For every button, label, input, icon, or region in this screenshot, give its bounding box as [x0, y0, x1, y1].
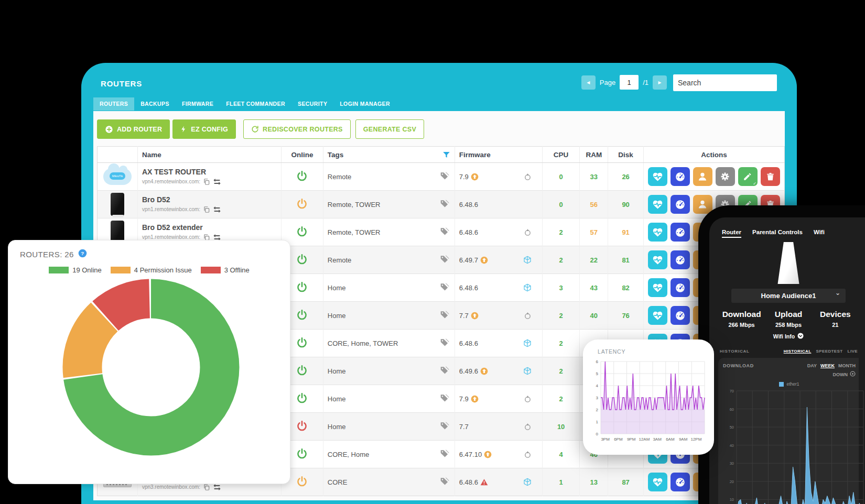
tab-fleet-commander[interactable]: FLEET COMMANDER: [220, 97, 291, 111]
tag-icon[interactable]: [440, 255, 449, 265]
section-tab-speedtest[interactable]: SPEEDTEST: [816, 349, 842, 354]
speed-test-button[interactable]: [671, 223, 690, 242]
power-status-icon[interactable]: [296, 453, 308, 461]
tab-routers[interactable]: ROUTERS: [93, 97, 134, 111]
toolbar-label: ADD ROUTER: [117, 126, 162, 133]
copy-icon[interactable]: [203, 206, 210, 213]
cpu-cell: 2: [542, 246, 580, 274]
tag-icon[interactable]: [440, 310, 449, 321]
tag-icon[interactable]: [440, 199, 449, 210]
users-button[interactable]: [693, 167, 712, 186]
upgrade-available-icon[interactable]: [480, 256, 488, 264]
power-status-icon[interactable]: [296, 176, 308, 183]
health-button[interactable]: [648, 167, 667, 186]
speed-test-button[interactable]: [671, 250, 690, 269]
power-status-icon[interactable]: [296, 314, 308, 322]
download-chart-card: DOWNLOAD DAYWEEKMONTH DOWN ether1 010203…: [718, 358, 859, 504]
online-cell: [282, 163, 323, 191]
delete-button[interactable]: [761, 167, 780, 186]
power-status-icon[interactable]: [296, 342, 308, 350]
tab-firmware[interactable]: FIRMWARE: [176, 97, 220, 111]
power-status-icon[interactable]: [296, 203, 308, 211]
health-button[interactable]: [648, 278, 667, 297]
users-button[interactable]: [693, 195, 712, 214]
health-button[interactable]: [648, 306, 667, 325]
rediscover-routers-button[interactable]: REDISCOVER ROUTERS: [243, 119, 351, 139]
settings-button[interactable]: [716, 167, 735, 186]
power-status-icon[interactable]: [296, 481, 308, 489]
range-tab-day[interactable]: DAY: [807, 363, 817, 368]
upgrade-available-icon[interactable]: [471, 312, 479, 320]
tab-backups[interactable]: BACKUPS: [134, 97, 176, 111]
health-button[interactable]: [648, 250, 667, 269]
tag-icon[interactable]: [440, 171, 449, 182]
range-tab-month[interactable]: MONTH: [838, 363, 856, 368]
upgrade-available-icon[interactable]: [480, 367, 488, 375]
copy-icon[interactable]: [203, 484, 210, 491]
router-tower-image: [774, 242, 803, 284]
generate-csv-button[interactable]: GENERATE CSV: [355, 119, 424, 139]
tag-icon[interactable]: [440, 282, 449, 293]
disk-cell-value: 76: [622, 312, 629, 320]
svg-text:6AM: 6AM: [666, 437, 675, 442]
down-sort-toggle[interactable]: DOWN: [723, 371, 856, 378]
health-button[interactable]: [648, 195, 667, 214]
health-button[interactable]: [648, 473, 667, 491]
tag-icon[interactable]: [440, 393, 449, 404]
power-status-icon[interactable]: [296, 287, 308, 294]
prev-page-button[interactable]: ◂: [581, 75, 596, 90]
edit-check-icon: ✓: [753, 181, 756, 186]
svg-text:6: 6: [596, 359, 599, 364]
tag-icon[interactable]: [440, 227, 449, 237]
power-status-icon[interactable]: [296, 425, 308, 433]
router-selector[interactable]: Home Audience1 ⌄: [731, 289, 846, 303]
range-tab-week[interactable]: WEEK: [820, 363, 835, 368]
tag-icon[interactable]: [440, 449, 449, 459]
legend-label: 19 Online: [72, 266, 102, 274]
ram-cell: 33: [580, 163, 608, 191]
power-status-icon[interactable]: [296, 231, 308, 239]
speed-test-button[interactable]: [671, 167, 690, 186]
add-router-button[interactable]: ADD ROUTER: [97, 119, 170, 139]
svg-text:0: 0: [596, 432, 599, 436]
copy-icon[interactable]: [203, 178, 210, 185]
disk-cell-value: 82: [622, 284, 629, 292]
search-input[interactable]: [673, 74, 777, 91]
wifi-info-toggle[interactable]: Wifi Info: [718, 333, 859, 340]
tag-icon[interactable]: [440, 421, 449, 432]
help-icon[interactable]: ?: [78, 249, 87, 259]
ez-config-button[interactable]: EZ CONFIG: [172, 119, 236, 139]
tag-icon[interactable]: [440, 366, 449, 376]
power-status-icon[interactable]: [296, 370, 308, 378]
section-tab-historical[interactable]: HISTORICAL: [784, 349, 812, 354]
tab-login-manager[interactable]: LOGIN MANAGER: [333, 97, 396, 111]
edit-button[interactable]: ✓: [738, 167, 758, 186]
router-selector-value: Home Audience1: [761, 292, 816, 300]
upgrade-available-icon[interactable]: [471, 173, 479, 181]
transfer-icon[interactable]: [213, 205, 221, 214]
upgrade-available-icon[interactable]: [484, 451, 492, 458]
section-tab-live[interactable]: LIVE: [848, 349, 858, 354]
next-page-button[interactable]: ▸: [653, 75, 667, 90]
filter-icon[interactable]: [442, 151, 450, 159]
firmware-warning-icon[interactable]: [480, 478, 488, 486]
upgrade-available-icon[interactable]: [471, 395, 479, 403]
tag-icon[interactable]: [440, 338, 449, 348]
transfer-icon[interactable]: [213, 178, 221, 186]
tag-icon[interactable]: [440, 477, 449, 487]
page-input[interactable]: [620, 75, 639, 90]
cpu-cell: 0: [542, 163, 580, 191]
power-status-icon[interactable]: [296, 259, 308, 267]
tab-security[interactable]: SECURITY: [291, 97, 333, 111]
power-status-icon[interactable]: [296, 398, 308, 406]
speed-test-button[interactable]: [671, 473, 690, 491]
wifi-info-label: Wifi Info: [773, 333, 795, 339]
speed-test-button[interactable]: [671, 306, 690, 325]
phone-tab-wifi[interactable]: Wifi: [814, 229, 825, 238]
phone-tab-parental-controls[interactable]: Parental Controls: [752, 229, 803, 238]
health-button[interactable]: [648, 223, 667, 242]
firmware-cell: 6.49.7: [455, 246, 542, 274]
speed-test-button[interactable]: [671, 195, 690, 214]
phone-tab-router[interactable]: Router: [722, 229, 741, 238]
speed-test-button[interactable]: [671, 278, 690, 297]
